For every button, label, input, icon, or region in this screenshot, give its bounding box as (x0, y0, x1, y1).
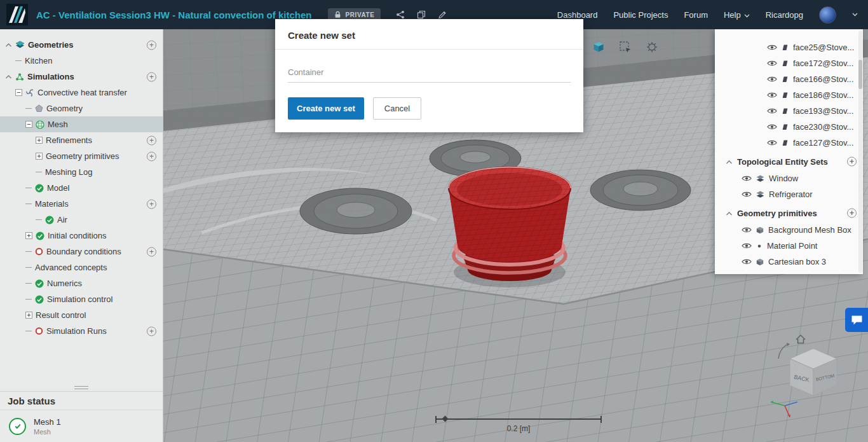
face-item[interactable]: face186@Stov... (715, 87, 863, 103)
tree-item-advanced-concepts[interactable]: Advanced concepts (0, 259, 163, 275)
primitive-cube-icon[interactable] (590, 38, 607, 56)
nav-help[interactable]: Help (724, 10, 750, 20)
project-title[interactable]: AC - Ventilation Session3 HW - Natural c… (36, 10, 311, 20)
orbit-arrow[interactable] (778, 345, 787, 359)
panel-resize-handle[interactable] (0, 383, 163, 392)
eye-icon[interactable] (742, 258, 752, 265)
collapse-icon[interactable] (25, 121, 32, 128)
section-header-geometry-primitives[interactable]: Geometry primitives+ (715, 204, 863, 222)
tree-item-simulations[interactable]: Simulations+ (0, 69, 163, 85)
set-item-cartesian-box-3[interactable]: Cartesian box 3 (715, 254, 863, 270)
eye-icon[interactable] (742, 191, 752, 198)
expand-icon[interactable] (36, 137, 43, 144)
app-logo-icon[interactable] (6, 4, 28, 25)
scrollbar-thumb[interactable] (858, 60, 862, 89)
axes-triad (771, 401, 797, 417)
face-label: face127@Stov... (793, 138, 853, 148)
home-icon[interactable] (796, 335, 805, 343)
add-button[interactable]: + (147, 326, 156, 336)
eye-icon[interactable] (767, 139, 777, 146)
tree-item-result-control[interactable]: Result control (0, 307, 163, 323)
tree-item-mesh[interactable]: Mesh (0, 116, 163, 132)
expand-icon[interactable] (25, 232, 32, 239)
eye-icon[interactable] (742, 226, 752, 233)
box-select-icon[interactable] (616, 38, 634, 56)
set-item-material-point[interactable]: Material Point (715, 238, 863, 254)
tree-item-label: Simulation control (47, 294, 112, 304)
support-chat-button[interactable] (845, 308, 868, 332)
job-item[interactable]: Mesh 1 Mesh (0, 410, 163, 442)
eye-icon[interactable] (742, 242, 752, 249)
face-item[interactable]: face230@Stov... (715, 119, 863, 135)
tree-item-materials[interactable]: Materials+ (0, 196, 163, 212)
tree-item-geometry[interactable]: Geometry (0, 100, 163, 116)
add-button[interactable]: + (147, 72, 156, 81)
face-label: face25@Stove... (793, 43, 854, 52)
tree-item-label: Mesh (48, 120, 68, 129)
tree-item-initial-conditions[interactable]: Initial conditions (0, 228, 163, 244)
share-icon[interactable] (396, 10, 405, 19)
tree-item-geometries[interactable]: Geometries+ (0, 37, 163, 53)
add-button[interactable]: + (147, 151, 156, 161)
expand-icon[interactable] (36, 153, 43, 160)
chevron-up-icon[interactable] (726, 157, 733, 167)
chevron-up-icon[interactable] (726, 209, 733, 218)
tree-item-refinements[interactable]: Refinements+ (0, 132, 163, 148)
add-button[interactable]: + (147, 199, 156, 209)
eye-icon[interactable] (767, 123, 777, 130)
eye-icon[interactable] (767, 76, 777, 83)
nav-dashboard[interactable]: Dashboard (557, 10, 598, 20)
job-status-header: Job status (0, 392, 163, 410)
eye-icon[interactable] (767, 44, 777, 51)
chevron-up-icon[interactable] (5, 43, 12, 48)
add-button[interactable]: + (147, 40, 156, 50)
user-menu-caret-icon[interactable] (852, 13, 858, 17)
nav-public-projects[interactable]: Public Projects (613, 10, 668, 20)
tree-item-air[interactable]: Air (0, 212, 163, 228)
tree-item-geometry-primitives[interactable]: Geometry primitives+ (0, 148, 163, 164)
add-button[interactable]: + (847, 209, 857, 218)
tree-item-simulation-control[interactable]: Simulation control (0, 291, 163, 307)
eye-icon[interactable] (767, 92, 777, 99)
face-item[interactable]: face25@Stove... (715, 39, 863, 55)
face-item[interactable]: face193@Stov... (715, 103, 863, 119)
set-item-refrigerator[interactable]: Refrigerator (715, 186, 863, 202)
duplicate-icon[interactable] (417, 10, 426, 19)
tree-item-convective-heat-transfer[interactable]: Convective heat transfer (0, 85, 163, 100)
chevron-up-icon[interactable] (5, 74, 12, 79)
add-button[interactable]: + (847, 157, 857, 167)
add-button[interactable]: + (147, 135, 156, 145)
mesh-settings-icon[interactable] (643, 38, 661, 56)
scale-line (435, 418, 602, 420)
nav-forum[interactable]: Forum (684, 10, 708, 20)
face-item[interactable]: face166@Stov... (715, 71, 863, 87)
cancel-button[interactable]: Cancel (373, 97, 421, 120)
create-set-button[interactable]: Create new set (288, 97, 364, 120)
tree-guide (25, 283, 32, 284)
set-name-input[interactable] (288, 64, 571, 83)
edit-icon[interactable] (438, 10, 447, 19)
set-item-window[interactable]: Window (715, 170, 863, 186)
tree-item-kitchen[interactable]: Kitchen (0, 53, 163, 69)
panel-scrollbar[interactable] (858, 31, 862, 273)
tree-item-meshing-log[interactable]: Meshing Log (0, 164, 163, 180)
face-item[interactable]: face127@Stov... (715, 135, 863, 151)
eye-icon[interactable] (767, 107, 777, 114)
eye-icon[interactable] (767, 60, 777, 67)
prim-box-icon (756, 226, 764, 234)
eye-icon[interactable] (742, 175, 752, 182)
navigation-cube[interactable]: BACK BOTTOM (766, 331, 861, 426)
tree-item-boundary-conditions[interactable]: Boundary conditions+ (0, 244, 163, 259)
tree-item-numerics[interactable]: Numerics (0, 275, 163, 291)
set-item-background-mesh-box[interactable]: Background Mesh Box (715, 222, 863, 238)
add-button[interactable]: + (147, 247, 156, 256)
tree-item-model[interactable]: Model (0, 180, 163, 196)
tree-item-simulation-runs[interactable]: Simulation Runs+ (0, 323, 163, 339)
face-item[interactable]: face172@Stov... (715, 55, 863, 71)
avatar[interactable] (819, 6, 836, 24)
section-header-topological-entity-sets[interactable]: Topological Entity Sets+ (715, 153, 863, 170)
collapse-icon[interactable] (15, 89, 22, 96)
user-name[interactable]: Ricardopg (766, 10, 803, 20)
expand-icon[interactable] (25, 312, 32, 319)
heat-transfer-icon (25, 88, 34, 97)
